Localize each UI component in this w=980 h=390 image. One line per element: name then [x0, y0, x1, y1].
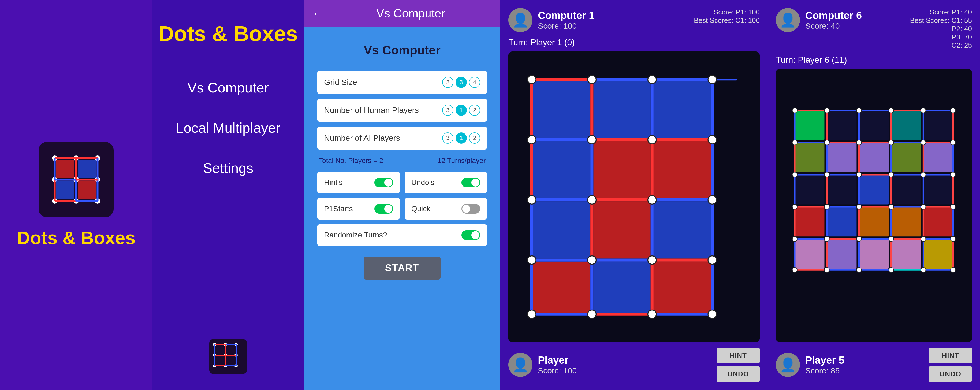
svg-rect-24	[78, 181, 96, 199]
hints-toggle-item: Hint's	[317, 172, 399, 193]
svg-point-202	[824, 140, 829, 145]
svg-rect-117	[859, 143, 889, 172]
svg-rect-59	[654, 141, 711, 198]
ai-players-opt3[interactable]: 2	[469, 132, 480, 144]
undos-toggle-knob	[471, 178, 479, 186]
svg-rect-56	[654, 81, 711, 138]
svg-point-214	[824, 204, 829, 209]
game-board-1[interactable]	[508, 51, 760, 342]
randomize-toggle[interactable]	[461, 230, 480, 240]
ai-players-opt2[interactable]: 1	[455, 132, 467, 144]
hint-button-1[interactable]: HINT	[717, 348, 760, 363]
menu-mini-board	[209, 339, 247, 374]
computer1-score: Score: 100	[538, 21, 594, 30]
hints-label: Hint's	[324, 178, 342, 187]
human-players-opt2[interactable]: 1	[455, 105, 467, 116]
menu-local-multiplayer[interactable]: Local Multiplayer	[152, 108, 304, 148]
player1-name: Player	[538, 355, 577, 366]
computer6-name: Computer 6	[805, 10, 862, 21]
svg-rect-119	[923, 143, 953, 172]
toggle-row-1: Hint's Undo's	[317, 172, 487, 193]
svg-point-221	[856, 236, 861, 241]
player5-score-bottom: Score: 85	[805, 366, 845, 375]
settings-title: Vs Computer	[317, 43, 487, 57]
svg-rect-129	[923, 207, 953, 237]
svg-point-95	[588, 135, 596, 144]
hints-toggle[interactable]	[374, 178, 393, 187]
svg-point-213	[792, 204, 797, 209]
menu-settings[interactable]: Settings	[152, 148, 304, 188]
svg-point-98	[528, 196, 536, 204]
hints-toggle-knob	[384, 178, 392, 186]
svg-rect-112	[859, 110, 889, 140]
human-players-row: Number of Human Players 3 1 2	[317, 99, 487, 122]
quick-toggle[interactable]	[461, 204, 480, 213]
grid-size-2[interactable]: 2	[442, 76, 453, 88]
svg-rect-127	[859, 207, 889, 237]
svg-rect-118	[891, 143, 921, 172]
svg-point-197	[856, 108, 861, 113]
undos-toggle[interactable]	[461, 178, 480, 187]
player5-name: Player 5	[805, 355, 845, 366]
player1-bottom-info: 👤 Player Score: 100	[508, 353, 577, 377]
svg-point-105	[708, 256, 716, 264]
ai-players-row: Number of AI Players 3 1 2	[317, 127, 487, 150]
svg-rect-22	[78, 160, 96, 178]
svg-point-217	[921, 204, 926, 209]
ai-players-opt1[interactable]: 3	[442, 132, 453, 144]
computer1-info: 👤 Computer 1 Score: 100	[508, 8, 594, 32]
svg-point-102	[528, 256, 536, 264]
svg-point-94	[528, 135, 536, 144]
best-scores-2c: P3: 70	[910, 33, 972, 41]
svg-rect-132	[859, 239, 889, 269]
svg-point-218	[951, 204, 955, 209]
menu-vs-computer[interactable]: Vs Computer	[152, 68, 304, 108]
quick-label: Quick	[411, 205, 431, 213]
grid-size-3[interactable]: 3	[455, 76, 467, 88]
best-scores-2a: Best Scores: C1: 55	[910, 16, 972, 25]
grid-size-4[interactable]: 4	[469, 76, 480, 88]
svg-rect-121	[827, 175, 857, 205]
p1starts-toggle-knob	[384, 205, 392, 213]
svg-point-99	[588, 196, 596, 204]
randomize-row: Randomize Turns?	[317, 224, 487, 246]
svg-rect-113	[891, 110, 921, 140]
p1starts-toggle-item: P1Starts	[317, 198, 399, 220]
undo-button-1[interactable]: UNDO	[717, 366, 760, 382]
svg-point-200	[951, 108, 955, 113]
hint-button-2[interactable]: HINT	[929, 348, 972, 363]
svg-point-97	[708, 135, 716, 144]
action-buttons-2: HINT UNDO	[929, 348, 972, 382]
quick-toggle-item: Quick	[405, 198, 487, 220]
splash-screen: Dots & Boxes	[0, 0, 152, 390]
svg-rect-55	[593, 81, 651, 138]
player1-name-score: Player Score: 100	[538, 355, 577, 375]
computer6-avatar: 👤	[776, 8, 800, 32]
game-screen-1: 👤 Computer 1 Score: 100 Score: P1: 100 B…	[500, 0, 768, 390]
back-button[interactable]: ←	[312, 7, 324, 20]
computer6-info: 👤 Computer 6 Score: 40	[776, 8, 862, 32]
settings-header: ← Vs Computer	[304, 0, 500, 27]
start-button[interactable]: START	[364, 256, 441, 280]
svg-point-224	[951, 236, 955, 241]
p1starts-toggle[interactable]	[374, 204, 393, 213]
svg-rect-115	[795, 143, 824, 172]
svg-rect-134	[923, 239, 953, 269]
computer6-name-score: Computer 6 Score: 40	[805, 10, 862, 30]
undo-button-2[interactable]: UNDO	[929, 366, 972, 382]
main-menu-title: Dots & Boxes	[158, 21, 298, 46]
game-screen-2: 👤 Computer 6 Score: 40 Score: P1: 40 Bes…	[768, 0, 980, 390]
score-info-right-2: Score: P1: 40 Best Scores: C1: 55 P2: 40…	[910, 8, 972, 49]
svg-point-226	[824, 267, 829, 272]
svg-point-204	[889, 140, 893, 145]
computer6-score: Score: 40	[805, 21, 862, 30]
human-players-opt1[interactable]: 3	[442, 105, 453, 116]
svg-point-90	[528, 75, 536, 84]
svg-rect-111	[827, 110, 857, 140]
human-players-opt3[interactable]: 2	[469, 105, 480, 116]
total-info-row: Total No. Players = 2 12 Turns/player	[317, 154, 487, 167]
undos-toggle-item: Undo's	[405, 172, 487, 193]
settings-header-title: Vs Computer	[329, 7, 492, 20]
svg-point-201	[792, 140, 797, 145]
game-board-2[interactable]	[776, 69, 972, 342]
